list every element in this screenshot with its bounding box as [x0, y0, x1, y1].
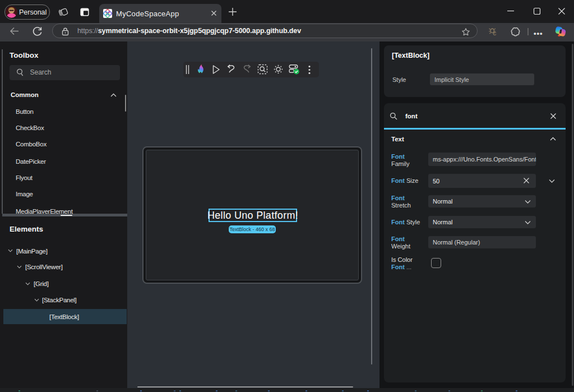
svg-text:C: C: [493, 31, 496, 36]
